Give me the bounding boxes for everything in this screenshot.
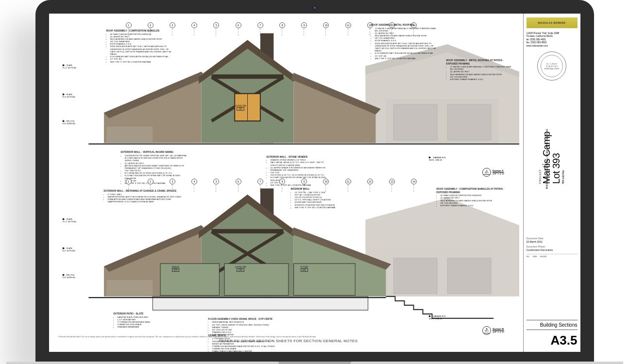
section-scale: 1/4" = 1'-0" xyxy=(493,331,504,333)
annotation-title: EXTERIOR WALL - RETAINING AT GARAGE & CR… xyxy=(104,189,187,193)
laptop-base xyxy=(6,362,623,364)
annotation-title: FLOOR ASSEMBLY OVER CRAWL SPACE - GYP CR… xyxy=(208,317,273,321)
plate-elevation-marker: FIN. FLR.0'-0" (6768.49) xyxy=(63,119,75,125)
svg-marker-13 xyxy=(293,77,375,143)
document-meta: Document Date: 23 March 2012 Document Ph… xyxy=(527,237,578,252)
drawing-area: 1 2 3 4 5 6 7 8 9 10 11 12 13 14 xyxy=(49,14,523,352)
firm-logo: NICHOLAS BONDER xyxy=(527,17,578,28)
svg-rect-21 xyxy=(393,258,437,294)
svg-rect-37 xyxy=(153,297,368,310)
garage-floor-marker: GARAGE FLR.ELEV. -0'66.50 xyxy=(429,314,446,320)
laptop-mockup: 1 2 3 4 5 6 7 8 9 10 11 12 13 14 xyxy=(35,0,594,364)
annotation-title: EXTERIOR PATIO - SLATE xyxy=(114,312,151,315)
svg-rect-22 xyxy=(447,258,491,294)
annotation-roof-comp-patio: ROOF ASSEMBLY - COMPOSITION SHINGLES AT … xyxy=(437,187,505,207)
svg-rect-15 xyxy=(106,127,153,143)
annotation-ext-wall-retaining: EXTERIOR WALL - RETAINING AT GARAGE & CR… xyxy=(104,189,187,203)
annotation-title: CRAWL SPACE xyxy=(208,334,276,337)
project-title-block: PROJECT Martis Camp Lot 393 Bill & Judy … xyxy=(527,83,578,232)
annotation-ext-patio-slate: EXTERIOR PATIO - SLATE RANDOM SLATE OVER… xyxy=(114,312,151,328)
room-tag-living: LIVING RM 102 xyxy=(235,266,246,272)
annotation-title: EXTERIOR WALL - STONE VENEER xyxy=(267,155,335,159)
section-bubble-icon: BA3.5 xyxy=(482,326,491,335)
plate-elevation-marker: PLATE21'-1" (6773.34) xyxy=(63,217,76,223)
plate-elevation-marker: PLATE21'-1" (6773.34) xyxy=(63,64,76,69)
screen-bezel: 1 2 3 4 5 6 7 8 9 10 11 12 13 14 xyxy=(35,0,594,362)
annotation-interior-wall: INTERIOR WALL 1/2" GYP. BD. - SEE TYPE '… xyxy=(291,187,336,209)
annotation-floor-crawl: FLOOR ASSEMBLY OVER CRAWL SPACE - GYP CR… xyxy=(208,317,273,336)
garage-floor-marker: GARAGE FLR.ELEV. -0'66.50 xyxy=(429,156,446,161)
section-b-view: 1 2 3 4 5 6 7 8 9 10 11 12 13 14 xyxy=(58,179,519,332)
section-marker-a: AA3.5 Section A 1/4" = 1'-0" xyxy=(482,168,504,177)
annotation-list: 40 YEAR CLASS A COMPOSITION SHINGLES (2)… xyxy=(110,33,174,63)
svg-rect-4 xyxy=(447,104,491,140)
svg-marker-8 xyxy=(201,42,293,143)
annotation-roof-composition: ROOF ASSEMBLY - COMPOSITION SHINGLES 40 … xyxy=(106,29,174,63)
room-tag-living: LIVING RM 102 xyxy=(235,105,246,111)
annotation-title: EXTERIOR WALL - VERTICAL BOARD SIDING xyxy=(121,150,189,154)
svg-rect-34 xyxy=(160,264,219,296)
annotation-title: ROOF ASSEMBLY - METAL ROOFING xyxy=(371,23,439,27)
svg-rect-33 xyxy=(106,280,153,297)
annotation-title: ROOF ASSEMBLY - COMPOSITION SHINGLES xyxy=(106,29,174,33)
annotation-crawl-space: CRAWL SPACE 4" CRUSHED ROCK TEN MIL VISQ… xyxy=(208,334,276,352)
svg-rect-35 xyxy=(224,264,289,296)
project-title: PROJECT Martis Camp Lot 393 Bill & Judy … xyxy=(539,132,564,184)
svg-rect-30 xyxy=(211,229,283,233)
svg-rect-3 xyxy=(393,104,437,140)
svg-rect-12 xyxy=(211,74,283,79)
annotation-roof-metal-patio: ROOF ASSEMBLY - METAL ROOFING AT PATIOS … xyxy=(446,59,514,81)
plate-elevation-marker: PLATE8'-4" (6776.66) xyxy=(63,93,75,98)
revision-table-header: rev.dateremark xyxy=(527,254,578,258)
sheet-number: A3.5 xyxy=(527,333,578,348)
sheet-title: Building Sections xyxy=(527,320,578,330)
architect-stamp-icon: No. C-30417 31 AUG 2013 RENEWAL DATE xyxy=(537,51,566,81)
project-address: 85302 Wellscroft Court Truckee, CA 96161… xyxy=(546,129,548,189)
room-tag-dining: DINING 103 xyxy=(172,266,180,272)
general-note: REFER TO OTHER SECTION SHEETS FOR SECTIO… xyxy=(58,338,519,343)
section-bubble-icon: AA3.5 xyxy=(482,168,491,177)
firm-address: 11025 Pioneer Trail, Suite 100B Truckee,… xyxy=(527,32,578,48)
plate-elevation-marker: FIN. FLR.0'-0" (6768.49) xyxy=(63,273,75,279)
room-tag-foyer: FOYER 101 xyxy=(301,266,308,272)
annotation-title: ROOF ASSEMBLY - METAL ROOFING AT PATIOS … xyxy=(446,59,514,65)
annotation-roof-metal: ROOF ASSEMBLY - METAL ROOFING 22 GAUGE C… xyxy=(371,23,439,60)
section-a-view: 1 2 3 4 5 6 7 8 9 10 11 12 13 14 xyxy=(58,22,519,176)
annotation-title: ROOF ASSEMBLY - COMPOSITION SHINGLES AT … xyxy=(437,187,505,194)
title-block: NICHOLAS BONDER 11025 Pioneer Trail, Sui… xyxy=(523,14,580,352)
svg-marker-20 xyxy=(365,198,519,297)
section-scale: 1/4" = 1'-0" xyxy=(493,172,504,175)
camera-icon xyxy=(313,6,317,10)
annotation-title: INTERIOR WALL xyxy=(291,187,336,191)
architectural-sheet: 1 2 3 4 5 6 7 8 9 10 11 12 13 14 xyxy=(49,14,580,352)
plate-elevation-marker: PLATE8'-4" (6776.66) xyxy=(63,247,75,252)
section-marker-b: BA3.5 Section B 1/4" = 1'-0" xyxy=(482,326,504,335)
